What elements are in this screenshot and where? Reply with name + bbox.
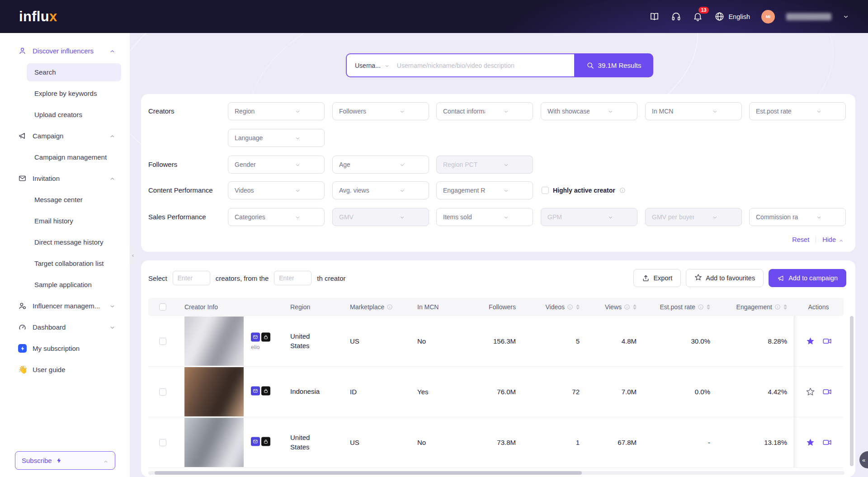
chevron-down-icon — [277, 109, 319, 114]
est-post-rate-cell: - — [643, 417, 717, 468]
sidebar-item-influencer-management[interactable]: Influencer managem... — [0, 295, 130, 316]
info-icon[interactable] — [567, 304, 573, 310]
add-to-campaign-button[interactable]: Add to campaign — [769, 269, 846, 287]
chevron-down-icon — [277, 135, 319, 141]
select-all-checkbox[interactable] — [159, 303, 166, 311]
table-horizontal-scrollbar-thumb[interactable] — [155, 471, 582, 475]
filter-commission-rate[interactable]: Commission rate — [749, 208, 846, 226]
sidebar-item-explore-by-keywords[interactable]: Explore by keywords — [0, 83, 130, 104]
top-header: influx 13 English MI — [0, 0, 868, 33]
header-actions: 13 English MI — [649, 10, 849, 24]
filter-region[interactable]: Region — [228, 102, 325, 120]
sidebar-collapse-handle[interactable]: ‹ — [130, 246, 136, 264]
filter-est-post-rate[interactable]: Est.post rate — [749, 102, 846, 120]
filter-with-showcase[interactable]: With showcase — [541, 102, 637, 120]
sort-control[interactable] — [576, 304, 580, 310]
add-to-favourites-button[interactable]: Add to favourites — [686, 269, 764, 287]
favourite-star-icon[interactable] — [806, 438, 815, 447]
user-avatar[interactable]: MI — [761, 10, 775, 24]
info-icon[interactable] — [774, 304, 781, 310]
actions-cell — [793, 316, 844, 366]
sort-control[interactable] — [707, 304, 710, 310]
sidebar-item-campaign[interactable]: Campaign — [0, 125, 130, 146]
notifications-button[interactable]: 13 — [693, 11, 703, 22]
chevron-down-icon — [590, 214, 632, 220]
creator-info-cell[interactable] — [177, 417, 283, 468]
support-headset-icon[interactable] — [671, 11, 681, 22]
row-checkbox[interactable] — [159, 439, 166, 446]
sort-control[interactable] — [633, 304, 637, 310]
sidebar-item-discover-influencers[interactable]: Discover influencers — [0, 40, 130, 61]
sidebar-list: Discover influencers Search Explore by k… — [0, 33, 130, 380]
sidebar-item-user-guide[interactable]: 👋 User guide — [0, 359, 130, 380]
sidebar-item-direct-message-history[interactable]: Direct message history — [0, 231, 130, 253]
table-header-row: Creator Info Region Marketplace In MCN F… — [148, 298, 844, 316]
sort-control[interactable] — [783, 304, 787, 310]
header-actions: Actions — [793, 298, 844, 316]
filter-gender[interactable]: Gender — [228, 156, 325, 174]
language-selector[interactable]: English — [714, 11, 750, 22]
sidebar-item-target-collaboration-list[interactable]: Target collaboration list — [0, 253, 130, 274]
filter-engagement-rate[interactable]: Engagement Rate — [436, 181, 533, 199]
video-invite-icon[interactable] — [822, 438, 832, 447]
app-logo[interactable]: influx — [19, 9, 57, 25]
export-button[interactable]: Export — [633, 269, 681, 287]
row-checkbox[interactable] — [159, 338, 166, 345]
filter-items-sold[interactable]: Items sold — [436, 208, 533, 226]
table-vertical-scrollbar[interactable] — [850, 316, 854, 466]
sidebar-item-upload-creators[interactable]: Upload creators — [0, 104, 130, 125]
info-icon[interactable] — [387, 304, 393, 310]
chevron-down-icon — [381, 214, 423, 220]
select-start-input[interactable] — [274, 271, 311, 285]
chevron-down-icon — [485, 214, 527, 220]
creator-info-cell[interactable] — [177, 367, 283, 417]
table-row: United States US No 73.8M 1 67.8M - 13.1… — [148, 417, 844, 468]
video-invite-icon[interactable] — [822, 336, 832, 346]
header-engagement: Engagement — [717, 298, 793, 316]
subscribe-button[interactable]: Subscribe — [15, 451, 115, 470]
results-actions: Export Add to favourites Add to campaign — [633, 269, 846, 287]
wave-emoji-icon: 👋 — [18, 365, 27, 374]
sidebar-item-campaign-management[interactable]: Campaign management — [0, 146, 130, 168]
reset-filters-link[interactable]: Reset — [792, 236, 809, 243]
favourite-star-icon[interactable] — [806, 336, 815, 346]
sidebar-item-sample-application[interactable]: Sample application — [0, 274, 130, 295]
sidebar-item-dashboard[interactable]: Dashboard — [0, 316, 130, 338]
marketplace-cell: ID — [343, 367, 410, 417]
filter-language[interactable]: Language — [228, 129, 325, 147]
marketplace-cell: US — [343, 316, 410, 366]
filter-age[interactable]: Age — [332, 156, 429, 174]
filter-followers[interactable]: Followers — [332, 102, 429, 120]
search-box: Userna... — [346, 53, 574, 77]
sidebar-item-email-history[interactable]: Email history — [0, 210, 130, 231]
sidebar-item-search[interactable]: Search — [27, 63, 121, 81]
creator-search-bar: Userna... 39.1M Results — [346, 53, 653, 77]
info-icon[interactable] — [624, 304, 630, 310]
select-count-input[interactable] — [173, 271, 210, 285]
sidebar-item-my-subscription[interactable]: My subscription — [0, 338, 130, 359]
search-field-selector[interactable]: Userna... — [355, 62, 390, 69]
docs-book-icon[interactable] — [649, 11, 660, 22]
account-menu-chevron-down-icon[interactable] — [843, 14, 849, 20]
favourite-star-icon[interactable] — [806, 387, 815, 397]
collapse-right-panel-button[interactable]: « — [859, 451, 868, 468]
info-icon[interactable] — [619, 187, 626, 194]
filter-in-mcn[interactable]: In MCN — [645, 102, 742, 120]
hide-filters-link[interactable]: Hide — [822, 236, 844, 243]
chevron-down-icon — [277, 214, 319, 220]
filter-contact-information[interactable]: Contact information — [436, 102, 533, 120]
sidebar-item-invitation[interactable]: Invitation — [0, 168, 130, 189]
filter-categories[interactable]: Categories — [228, 208, 325, 226]
highly-active-creator-checkbox[interactable] — [542, 187, 549, 194]
row-checkbox[interactable] — [159, 388, 166, 396]
creator-info-cell[interactable]: elio — [177, 316, 283, 366]
filter-avg-views[interactable]: Avg. views — [332, 181, 429, 199]
sidebar-item-message-center[interactable]: Message center — [0, 189, 130, 210]
search-input[interactable] — [397, 62, 574, 69]
video-invite-icon[interactable] — [822, 387, 832, 397]
info-icon[interactable] — [698, 304, 704, 310]
filter-videos[interactable]: Videos — [228, 181, 325, 199]
search-results-button[interactable]: 39.1M Results — [574, 53, 653, 77]
engagement-cell: 8.28% — [717, 316, 793, 366]
chevron-down-icon — [485, 188, 527, 193]
